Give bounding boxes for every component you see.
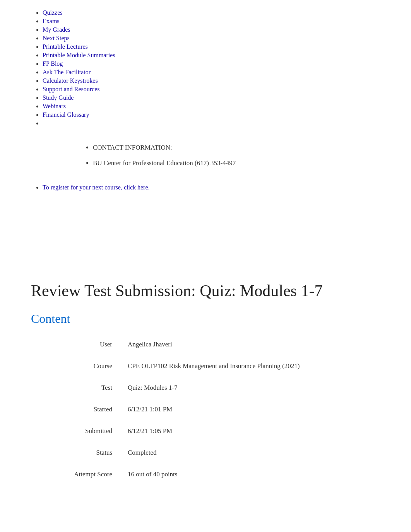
field-label: Started bbox=[39, 399, 116, 420]
nav-item: FP Blog bbox=[43, 60, 380, 67]
nav-link[interactable]: Printable Module Summaries bbox=[43, 52, 115, 58]
nav-item: Webinars bbox=[43, 103, 380, 110]
nav-item: Support and Resources bbox=[43, 86, 380, 93]
nav-link[interactable]: FP Blog bbox=[43, 60, 63, 67]
nav-item: My Grades bbox=[43, 26, 380, 33]
spacer bbox=[0, 196, 411, 274]
contact-info-item: BU Center for Professional Education (61… bbox=[93, 159, 380, 167]
nav-link[interactable]: Exams bbox=[43, 18, 60, 24]
table-row: Submitted6/12/21 1:05 PM bbox=[39, 420, 388, 442]
field-value: CPE OLFP102 Risk Management and Insuranc… bbox=[116, 355, 388, 377]
nav-link[interactable]: Webinars bbox=[43, 103, 66, 109]
field-label: User bbox=[39, 334, 116, 355]
nav-empty-item bbox=[43, 120, 380, 127]
nav-link[interactable]: Financial Glossary bbox=[43, 111, 89, 118]
table-row: Attempt Score16 out of 40 points bbox=[39, 464, 388, 485]
field-label: Submitted bbox=[39, 420, 116, 442]
register-link[interactable]: To register for your next course, click … bbox=[43, 184, 150, 191]
nav-section: QuizzesExamsMy GradesNext StepsPrintable… bbox=[0, 0, 411, 132]
nav-link[interactable]: Next Steps bbox=[43, 35, 70, 41]
register-list: To register for your next course, click … bbox=[31, 184, 380, 191]
field-label: Attempt Score bbox=[39, 464, 116, 485]
field-value: 6/12/21 1:01 PM bbox=[116, 399, 388, 420]
nav-link[interactable]: My Grades bbox=[43, 26, 70, 33]
field-label: Course bbox=[39, 355, 116, 377]
contact-info-text: BU Center for Professional Education (61… bbox=[93, 159, 236, 167]
nav-item: Study Guide bbox=[43, 94, 380, 101]
field-value: 6/12/21 1:05 PM bbox=[116, 420, 388, 442]
review-title: Review Test Submission: Quiz: Modules 1-… bbox=[31, 281, 380, 300]
review-section: Review Test Submission: Quiz: Modules 1-… bbox=[0, 274, 411, 493]
register-section: To register for your next course, click … bbox=[0, 179, 411, 196]
nav-item: Financial Glossary bbox=[43, 111, 380, 118]
field-value: 16 out of 40 points bbox=[116, 464, 388, 485]
nav-item: Printable Module Summaries bbox=[43, 52, 380, 59]
nav-link[interactable]: Support and Resources bbox=[43, 86, 100, 92]
nav-link[interactable]: Quizzes bbox=[43, 9, 63, 16]
nav-item: Calculator Keystrokes bbox=[43, 77, 380, 84]
field-value: Quiz: Modules 1-7 bbox=[116, 377, 388, 399]
field-value: Angelica Jhaveri bbox=[116, 334, 388, 355]
contact-heading-item: CONTACT INFORMATION: bbox=[93, 144, 380, 152]
nav-item: Ask The Facilitator bbox=[43, 69, 380, 76]
table-row: StatusCompleted bbox=[39, 442, 388, 464]
field-value: Completed bbox=[116, 442, 388, 464]
nav-link[interactable]: Printable Lectures bbox=[43, 43, 88, 50]
field-label: Test bbox=[39, 377, 116, 399]
nav-link[interactable]: Ask The Facilitator bbox=[43, 69, 91, 75]
contact-heading-text: CONTACT INFORMATION: bbox=[93, 144, 172, 151]
table-row: UserAngelica Jhaveri bbox=[39, 334, 388, 355]
content-heading: Content bbox=[31, 312, 380, 326]
table-row: TestQuiz: Modules 1-7 bbox=[39, 377, 388, 399]
nav-item: Exams bbox=[43, 18, 380, 25]
table-row: Started6/12/21 1:01 PM bbox=[39, 399, 388, 420]
nav-item: Next Steps bbox=[43, 35, 380, 42]
table-row: CourseCPE OLFP102 Risk Management and In… bbox=[39, 355, 388, 377]
nav-link[interactable]: Calculator Keystrokes bbox=[43, 77, 98, 84]
nav-link[interactable]: Study Guide bbox=[43, 94, 74, 101]
nav-list: QuizzesExamsMy GradesNext StepsPrintable… bbox=[31, 9, 380, 127]
content-table: UserAngelica JhaveriCourseCPE OLFP102 Ri… bbox=[39, 334, 388, 485]
register-item[interactable]: To register for your next course, click … bbox=[43, 184, 380, 191]
field-label: Status bbox=[39, 442, 116, 464]
nav-item: Quizzes bbox=[43, 9, 380, 16]
nav-item: Printable Lectures bbox=[43, 43, 380, 50]
contact-section: CONTACT INFORMATION: BU Center for Profe… bbox=[0, 132, 411, 179]
contact-list: CONTACT INFORMATION: BU Center for Profe… bbox=[31, 144, 380, 167]
